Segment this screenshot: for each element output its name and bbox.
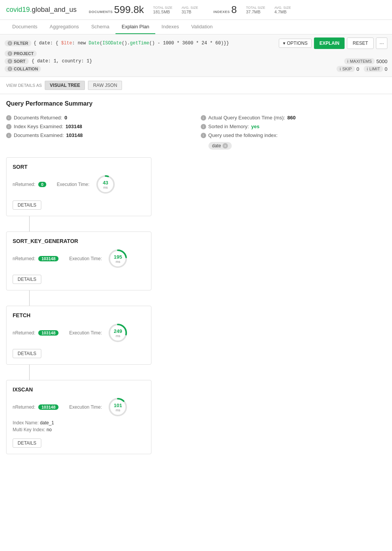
- sorted-memory-value: yes: [251, 124, 260, 129]
- project-badge: i PROJECT: [5, 51, 37, 57]
- summary-grid: i Documents Returned: 0 i Index Keys Exa…: [6, 113, 386, 150]
- sort-key-gen-n-returned: 103148: [38, 256, 59, 261]
- ixscan-multikey: Multi Key Index: no: [13, 427, 145, 432]
- exec-time-value: 860: [287, 115, 296, 121]
- tab-documents[interactable]: Documents: [6, 20, 44, 34]
- docs-returned-icon: i: [6, 115, 11, 121]
- maxitems-icon: i: [347, 59, 348, 64]
- action-buttons: EXPLAIN RESET ···: [314, 37, 387, 49]
- collation-badge: i COLLATION: [5, 66, 41, 72]
- ixscan-details-button[interactable]: DETAILS: [13, 439, 41, 448]
- exec-time-label: Actual Query Execution Time (ms):: [208, 115, 285, 121]
- indexes-stat: INDEXES 8: [213, 4, 237, 16]
- sort-stage-name: SORT: [13, 164, 145, 170]
- ixscan-index-name: Index Name: date_1: [13, 420, 145, 425]
- exec-time-icon: i: [201, 115, 206, 121]
- documents-stat: DOCUMENTS 599.8k: [89, 4, 144, 16]
- fetch-stage-row: nReturned: 103148 Execution Time: 249 ms: [13, 323, 145, 343]
- sort-key-gen-details-button[interactable]: DETAILS: [13, 275, 41, 284]
- nav-tabs: Documents Aggregations Schema Explain Pl…: [0, 20, 392, 34]
- more-options-button[interactable]: ···: [376, 37, 387, 49]
- maxitems-badge: i MAXITEMS: [344, 58, 375, 64]
- sorted-memory-icon: i: [201, 124, 206, 129]
- limit-badge: i LIMIT: [364, 66, 383, 72]
- sort-key-gen-stage-row: nReturned: 103148 Execution Time: 195 ms: [13, 249, 145, 269]
- sort-key-gen-time-circle: 195 ms: [108, 249, 128, 269]
- tab-indexes[interactable]: Indexes: [155, 20, 185, 34]
- stages-container: SORT nReturned: 0 Execution Time: 43 ms: [6, 157, 386, 454]
- index-plus-icon[interactable]: +: [223, 143, 228, 148]
- explain-button[interactable]: EXPLAIN: [314, 37, 345, 49]
- maxitems-value: 5000: [376, 59, 387, 64]
- sort-badge: i SORT: [5, 58, 29, 64]
- connector-3: [29, 365, 30, 380]
- exec-time-item: i Actual Query Execution Time (ms): 860: [201, 113, 386, 122]
- skip-value: 0: [356, 66, 359, 72]
- ixscan-time-circle: 101 ms: [108, 397, 128, 417]
- index-keys-value: 103148: [65, 124, 82, 129]
- sort-time-circle: 43 ms: [96, 174, 115, 194]
- ixscan-stage-name: IXSCAN: [13, 386, 145, 393]
- index-keys-label: Index Keys Examined:: [14, 124, 63, 129]
- db-name-prefix: covid19.: [6, 6, 32, 14]
- filter-text[interactable]: { date: { $lte: new Date(ISODate().getTi…: [34, 41, 277, 46]
- summary-title: Query Performance Summary: [6, 100, 386, 107]
- limit-icon: i: [367, 67, 368, 71]
- ixscan-n-returned: 103148: [38, 404, 59, 410]
- sort-stage-card: SORT nReturned: 0 Execution Time: 43 ms: [6, 157, 151, 216]
- reset-button[interactable]: RESET: [347, 37, 374, 49]
- sort-icon: i: [8, 59, 12, 64]
- connector-2: [29, 290, 30, 306]
- sort-details-button[interactable]: DETAILS: [13, 201, 41, 210]
- sort-stage-row: nReturned: 0 Execution Time: 43 ms: [13, 174, 145, 194]
- view-toggle-label: VIEW DETAILS AS: [6, 83, 42, 88]
- index-used-label: Query used the following index:: [208, 132, 278, 138]
- tab-aggregations[interactable]: Aggregations: [44, 20, 85, 34]
- main-content: Query Performance Summary i Documents Re…: [0, 94, 392, 460]
- view-toggle: VIEW DETAILS AS VISUAL TREE RAW JSON: [0, 77, 392, 94]
- fetch-details-button[interactable]: DETAILS: [13, 349, 41, 358]
- documents-value: 599.8k: [114, 4, 144, 15]
- summary-right: i Actual Query Execution Time (ms): 860 …: [201, 113, 386, 150]
- sort-key-gen-stage-name: SORT_KEY_GENERATOR: [13, 238, 145, 244]
- summary-left: i Documents Returned: 0 i Index Keys Exa…: [6, 113, 192, 150]
- db-name[interactable]: covid19.global_and_us: [6, 6, 76, 14]
- options-button[interactable]: ▾ OPTIONS: [279, 39, 312, 48]
- index-keys-icon: i: [6, 124, 11, 129]
- docs-returned-value: 0: [64, 115, 67, 121]
- indexes-avg-size-stat: AVG. SIZE 4.7MB: [275, 4, 291, 16]
- tab-schema[interactable]: Schema: [85, 20, 115, 34]
- limit-value: 0: [385, 66, 387, 72]
- docs-returned-label: Documents Returned:: [14, 115, 62, 121]
- collation-icon: i: [8, 67, 12, 71]
- avg-size-stat: AVG. SIZE 317B: [182, 4, 198, 16]
- raw-json-button[interactable]: RAW JSON: [88, 81, 122, 90]
- top-bar: covid19.global_and_us DOCUMENTS 599.8k T…: [0, 0, 392, 20]
- index-tag[interactable]: date +: [208, 142, 232, 150]
- project-icon: i: [8, 51, 12, 56]
- fetch-stage-name: FETCH: [13, 312, 145, 318]
- fetch-stage-card: FETCH nReturned: 103148 Execution Time: …: [6, 306, 151, 365]
- performance-summary: Query Performance Summary i Documents Re…: [6, 100, 386, 454]
- index-used-icon: i: [201, 133, 206, 138]
- skip-badge: i SKIP: [337, 66, 355, 72]
- fetch-n-returned: 103148: [38, 330, 59, 336]
- sort-text[interactable]: { date: 1, country: 1}: [32, 59, 92, 64]
- sorted-memory-item: i Sorted in Memory: yes: [201, 122, 386, 131]
- connector-1: [29, 216, 30, 231]
- index-used-item: i Query used the following index:: [201, 131, 386, 140]
- docs-examined-icon: i: [6, 133, 11, 138]
- docs-returned-item: i Documents Returned: 0: [6, 113, 192, 122]
- db-name-suffix: global_and_us: [32, 6, 76, 14]
- stats-group: DOCUMENTS 599.8k TOTAL SIZE 181.5MB AVG.…: [89, 4, 291, 16]
- indexes-total-size-stat: TOTAL SIZE 37.7MB: [246, 4, 265, 16]
- tab-validation[interactable]: Validation: [185, 20, 219, 34]
- filter-badge: i FILTER: [5, 40, 31, 46]
- query-bar: i FILTER { date: { $lte: new Date(ISODat…: [0, 34, 392, 77]
- index-keys-item: i Index Keys Examined: 103148: [6, 122, 192, 131]
- visual-tree-button[interactable]: VISUAL TREE: [45, 81, 85, 90]
- tab-explain-plan[interactable]: Explain Plan: [115, 20, 155, 34]
- total-size-stat: TOTAL SIZE 181.5MB: [153, 4, 172, 16]
- docs-examined-item: i Documents Examined: 103148: [6, 131, 192, 140]
- fetch-time-circle: 249 ms: [108, 323, 128, 343]
